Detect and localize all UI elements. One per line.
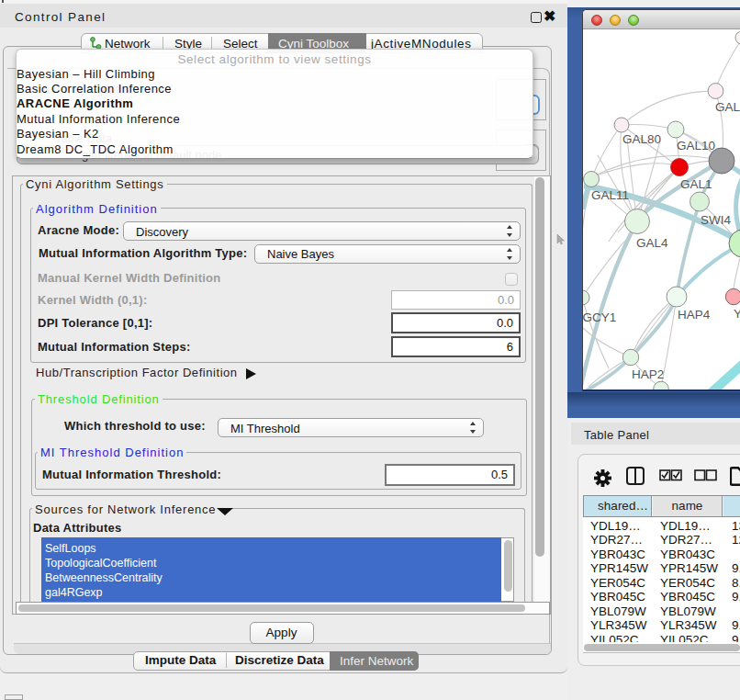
- svg-text:GAL1: GAL1: [680, 177, 712, 191]
- svg-text:GAL10: GAL10: [677, 139, 715, 152]
- svg-text:GAL7: GAL7: [715, 100, 740, 114]
- svg-text:GAL80: GAL80: [622, 132, 661, 146]
- svg-text:GAL4: GAL4: [636, 236, 668, 250]
- svg-text:HAP4: HAP4: [678, 308, 711, 322]
- svg-text:HAP2: HAP2: [632, 367, 664, 381]
- svg-text:SWI4: SWI4: [701, 213, 731, 227]
- svg-text:GAL11: GAL11: [591, 188, 629, 202]
- svg-text:YM: YM: [734, 307, 740, 321]
- svg-text:GCY1: GCY1: [583, 310, 616, 324]
